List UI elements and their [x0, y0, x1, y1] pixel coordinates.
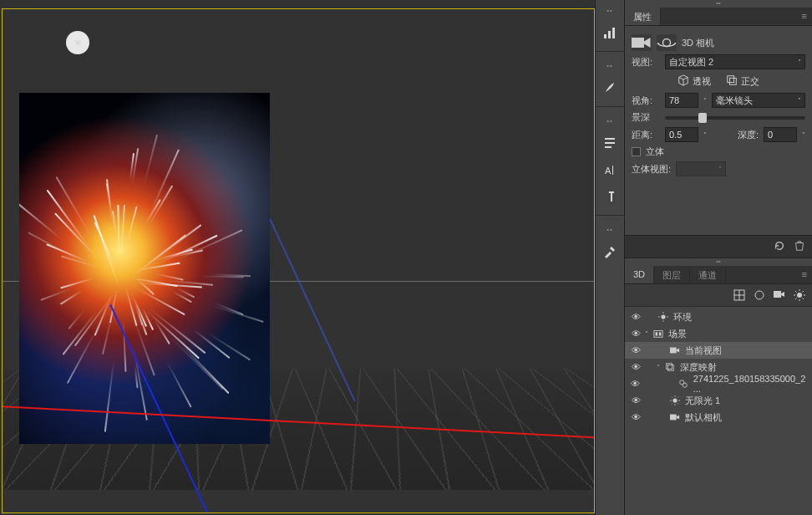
collapsed-panel-dock: •• •• •• A ••	[595, 0, 625, 515]
svg-point-13	[661, 314, 665, 319]
chevron-down-icon[interactable]: ˅	[703, 131, 707, 139]
view-label: 视图:	[632, 56, 660, 69]
dof-slider[interactable]	[665, 116, 805, 120]
panel-grip[interactable]: ••	[625, 258, 812, 266]
camera-icon	[632, 34, 652, 51]
tree-item-label: 2741225_180158335000_2 ...	[693, 374, 807, 394]
tree-item-label: 默认相机	[685, 411, 722, 424]
svg-rect-18	[667, 364, 672, 370]
orbit-icon	[657, 34, 677, 51]
svg-rect-7	[728, 76, 734, 83]
trash-icon[interactable]	[794, 240, 805, 253]
slider-thumb[interactable]	[698, 113, 707, 123]
character-panel-icon[interactable]	[601, 135, 618, 151]
a-type-icon[interactable]: A	[601, 161, 618, 178]
svg-rect-1	[608, 31, 611, 38]
chevron-down-icon: ˅	[798, 97, 801, 105]
fov-unit-value: 毫米镜头	[716, 94, 753, 107]
camera-icon	[668, 345, 682, 355]
dof-label: 景深	[632, 111, 660, 124]
paragraph-icon[interactable]	[601, 188, 618, 205]
svg-rect-5	[632, 38, 644, 48]
properties-tabbar: 属性 ≡	[625, 8, 812, 26]
right-panels: •• 属性 ≡ 3D 相机 视图: 自定视图 2 ˅ 透视 正交	[625, 0, 812, 515]
svg-rect-17	[670, 348, 677, 354]
revert-icon[interactable]	[774, 240, 785, 253]
dock-grip[interactable]: ••	[606, 62, 613, 69]
dock-grip[interactable]: ••	[606, 117, 613, 125]
dock-grip[interactable]: ••	[606, 226, 613, 233]
svg-rect-15	[656, 332, 658, 335]
tab-properties[interactable]: 属性	[625, 8, 661, 25]
svg-rect-8	[729, 78, 736, 84]
orthographic-button[interactable]: 正交	[726, 74, 759, 88]
visibility-eye-icon[interactable]: 👁	[630, 345, 642, 355]
tree-row[interactable]: 👁无限光 1	[625, 392, 812, 409]
panel-footer-icons	[625, 235, 812, 258]
dock-grip[interactable]: ••	[606, 7, 613, 14]
tab-通道[interactable]: 通道	[690, 266, 726, 283]
visibility-eye-icon[interactable]: 👁	[630, 312, 642, 322]
svg-rect-19	[667, 365, 673, 370]
chevron-down-icon[interactable]: ˅	[703, 97, 707, 105]
histogram-icon[interactable]	[601, 24, 618, 41]
visibility-eye-icon[interactable]: 👁	[630, 362, 642, 372]
fov-unit-dropdown[interactable]: 毫米镜头 ˅	[712, 93, 805, 108]
visibility-eye-icon[interactable]: 👁	[630, 412, 642, 422]
light-widget-icon[interactable]: ✳	[66, 31, 89, 54]
properties-header-label: 3D 相机	[682, 37, 714, 49]
tab-3D[interactable]: 3D	[625, 266, 654, 283]
distance-input[interactable]	[665, 127, 698, 142]
panel-grip[interactable]: ••	[625, 0, 812, 8]
tools-icon[interactable]	[601, 243, 618, 260]
filter-material-icon[interactable]	[754, 289, 765, 301]
visibility-eye-icon[interactable]: 👁	[630, 329, 642, 339]
view-dropdown[interactable]: 自定视图 2 ˅	[665, 54, 805, 69]
svg-point-12	[797, 293, 802, 298]
env-icon	[657, 312, 670, 322]
link-icon	[678, 379, 690, 389]
stereo-label: 立体	[646, 145, 664, 158]
layers-icon	[663, 362, 677, 372]
fov-input[interactable]	[665, 93, 698, 108]
filter-camera-icon[interactable]	[774, 289, 785, 301]
image-plane[interactable]	[19, 93, 270, 444]
distance-label: 距离:	[632, 129, 660, 141]
svg-rect-23	[670, 415, 677, 421]
svg-text:A: A	[605, 166, 612, 176]
depth-input[interactable]	[764, 127, 797, 142]
view-dropdown-value: 自定视图 2	[669, 56, 713, 69]
tree-row[interactable]: 👁˅场景	[625, 325, 812, 342]
panel-menu-icon[interactable]: ≡	[797, 266, 812, 283]
scene-tree[interactable]: 👁环境👁˅场景👁当前视图👁˅深度映射👁2741225_180158335000_…	[625, 307, 812, 515]
chevron-down-icon: ˅	[798, 59, 801, 66]
svg-point-10	[755, 291, 764, 299]
streaks	[19, 93, 270, 444]
disclosure-icon[interactable]: ˅	[645, 330, 648, 338]
tree-item-label: 场景	[668, 328, 687, 340]
tree-row[interactable]: 👁环境	[625, 308, 812, 325]
visibility-eye-icon[interactable]: 👁	[630, 379, 641, 389]
fov-label: 视角:	[632, 94, 660, 107]
disclosure-icon[interactable]: ˅	[657, 364, 660, 371]
filter-mesh-icon[interactable]	[733, 289, 745, 301]
panel-menu-icon[interactable]: ≡	[797, 8, 812, 25]
brush-icon[interactable]	[601, 79, 618, 96]
tree-row[interactable]: 👁˅深度映射	[625, 359, 812, 375]
tree-row[interactable]: 👁默认相机	[625, 409, 812, 426]
cube-icon	[726, 74, 738, 88]
canvas-area[interactable]: ✳	[0, 0, 595, 515]
stereo-checkbox[interactable]	[632, 147, 641, 156]
perspective-button[interactable]: 透视	[678, 74, 711, 88]
tree-row[interactable]: 👁2741225_180158335000_2 ...	[625, 375, 812, 392]
3d-tabbar: 3D图层通道≡	[625, 266, 812, 284]
depth-label: 深度:	[738, 129, 759, 141]
visibility-eye-icon[interactable]: 👁	[630, 395, 642, 405]
svg-point-6	[663, 39, 671, 47]
chevron-down-icon[interactable]: ˅	[802, 131, 805, 139]
stereo-view-label: 立体视图:	[632, 163, 671, 176]
tree-row[interactable]: 👁当前视图	[625, 342, 812, 359]
filter-light-icon[interactable]	[794, 289, 805, 301]
svg-rect-2	[612, 28, 615, 38]
tab-图层[interactable]: 图层	[654, 266, 690, 283]
